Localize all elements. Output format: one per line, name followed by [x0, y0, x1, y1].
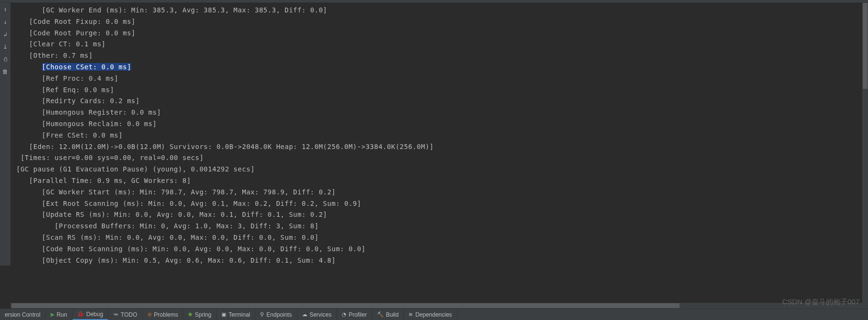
- log-line: [Scan RS (ms): Min: 0.0, Avg: 0.0, Max: …: [16, 232, 868, 244]
- dependencies-icon: ≋: [408, 311, 413, 318]
- endpoints-icon: ⚲: [260, 311, 264, 318]
- log-line: [Code Root Fixup: 0.0 ms]: [16, 16, 868, 28]
- tab-services[interactable]: ☁Services: [297, 309, 337, 320]
- log-line: [Code Root Purge: 0.0 ms]: [16, 28, 868, 39]
- terminal-icon: ▣: [221, 311, 226, 318]
- log-line: [Eden: 12.0M(12.0M)->0.0B(12.0M) Survivo…: [16, 141, 868, 153]
- tab-label: Endpoints: [266, 311, 292, 318]
- log-line: [Ext Root Scanning (ms): Min: 0.0, Avg: …: [16, 198, 868, 210]
- log-line: [Parallel Time: 0.9 ms, GC Workers: 8]: [16, 175, 868, 187]
- vertical-scrollbar-thumb[interactable]: [863, 3, 868, 89]
- log-line: [Free CSet: 0.0 ms]: [16, 130, 868, 141]
- log-line: [GC Worker Start (ms): Min: 798.7, Avg: …: [16, 187, 868, 198]
- horizontal-scrollbar[interactable]: [10, 303, 862, 309]
- tab-todo[interactable]: ≔TODO: [108, 309, 142, 320]
- log-line: [Other: 0.7 ms]: [16, 50, 868, 62]
- log-line: [Ref Enq: 0.0 ms]: [16, 85, 868, 96]
- tab-label: Run: [57, 311, 67, 318]
- log-line: [Clear CT: 0.1 ms]: [16, 39, 868, 50]
- tab-problems[interactable]: ⊘Problems: [143, 309, 184, 320]
- tab-label: Dependencies: [415, 311, 452, 318]
- log-line: [Redirty Cards: 0.2 ms]: [16, 96, 868, 107]
- debug-icon: 🐞: [77, 311, 84, 317]
- tab-profiler[interactable]: ◔Profiler: [337, 309, 372, 320]
- tab-version-control[interactable]: ersion Control: [0, 309, 46, 320]
- todo-icon: ≔: [113, 311, 118, 318]
- log-line: [GC Worker End (ms): Min: 385.3, Avg: 38…: [16, 5, 868, 16]
- tab-build[interactable]: 🔨Build: [372, 309, 404, 320]
- tab-debug[interactable]: 🐞Debug: [73, 309, 108, 320]
- tab-endpoints[interactable]: ⚲Endpoints: [255, 309, 297, 320]
- log-line: [Ref Proc: 0.4 ms]: [16, 73, 868, 85]
- tab-spring[interactable]: ❀Spring: [183, 309, 217, 320]
- highlighted-text: [Choose CSet: 0.0 ms]: [42, 63, 132, 71]
- log-line: [Update RS (ms): Min: 0.0, Avg: 0.0, Max…: [16, 209, 868, 221]
- tab-terminal[interactable]: ▣Terminal: [217, 309, 255, 320]
- soft-wrap-icon[interactable]: ↲: [3, 32, 7, 37]
- print-icon[interactable]: ⎙: [4, 56, 7, 62]
- tab-label: Services: [310, 311, 332, 318]
- horizontal-scrollbar-thumb[interactable]: [11, 303, 680, 308]
- scroll-to-bottom-icon[interactable]: ↓: [3, 19, 7, 25]
- scroll-to-end-icon[interactable]: ⤓: [3, 44, 8, 50]
- console-output[interactable]: [GC Worker End (ms): Min: 385.3, Avg: 38…: [10, 3, 868, 266]
- tab-label: Problems: [154, 311, 178, 318]
- tab-label: Terminal: [229, 311, 250, 318]
- tab-label: Build: [386, 311, 399, 318]
- log-line: [Humongous Reclaim: 0.0 ms]: [16, 118, 868, 130]
- problems-icon: ⊘: [147, 311, 152, 318]
- log-line: [Processed Buffers: Min: 0, Avg: 1.0, Ma…: [16, 221, 868, 232]
- main-area: ↑↓↲⤓⎙🗑 [GC Worker End (ms): Min: 385.3, …: [0, 3, 868, 266]
- build-icon: 🔨: [377, 311, 384, 318]
- log-line: [Humongous Register: 0.0 ms]: [16, 107, 868, 118]
- status-bar: ersion Control▶Run🐞Debug≔TODO⊘Problems❀S…: [0, 309, 868, 320]
- log-line: [GC pause (G1 Evacuation Pause) (young),…: [16, 164, 868, 175]
- run-icon: ▶: [51, 311, 54, 318]
- log-line: [Choose CSet: 0.0 ms]: [16, 62, 868, 73]
- tab-label: TODO: [121, 311, 137, 318]
- scroll-to-top-icon[interactable]: ↑: [3, 7, 7, 12]
- log-line: [Times: user=0.00 sys=0.00, real=0.00 se…: [16, 152, 868, 164]
- clear-all-icon[interactable]: 🗑: [2, 69, 8, 75]
- tab-run[interactable]: ▶Run: [46, 309, 73, 320]
- tab-dependencies[interactable]: ≋Dependencies: [404, 309, 457, 320]
- spring-icon: ❀: [188, 311, 192, 318]
- tab-label: Profiler: [349, 311, 367, 318]
- profiler-icon: ◔: [342, 311, 346, 318]
- vertical-scrollbar[interactable]: [862, 3, 868, 309]
- tab-label: Spring: [195, 311, 211, 318]
- console-gutter: ↑↓↲⤓⎙🗑: [0, 3, 10, 266]
- services-icon: ☁: [302, 311, 307, 318]
- log-line: [Code Root Scanning (ms): Min: 0.0, Avg:…: [16, 244, 868, 255]
- tab-label: ersion Control: [5, 311, 41, 318]
- tab-label: Debug: [86, 311, 103, 318]
- log-line: [Object Copy (ms): Min: 0.5, Avg: 0.6, M…: [16, 255, 868, 266]
